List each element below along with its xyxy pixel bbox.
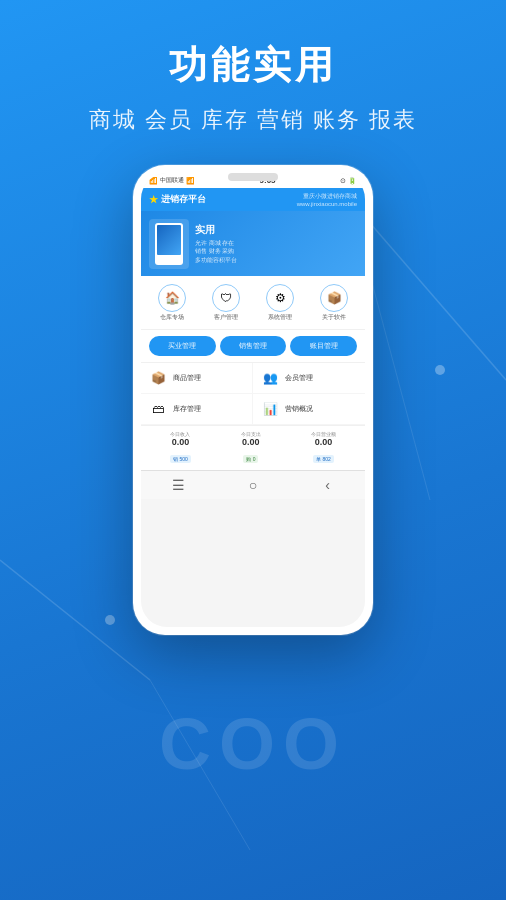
stat-income-value: 0.00 <box>170 437 191 447</box>
svg-point-4 <box>105 615 115 625</box>
header-section: 功能实用 商城 会员 库存 营销 账务 报表 <box>89 40 418 135</box>
app-header: ★ 进销存平台 重庆小微进销存商城 www.jinxiaocun.mobile <box>141 188 365 211</box>
phone-notch <box>228 173 278 181</box>
icon-item-customer[interactable]: 🛡 客户管理 <box>212 284 240 321</box>
member-label: 会员管理 <box>285 373 313 383</box>
member-icon: 👥 <box>261 369 279 387</box>
stat-income: 今日收入 0.00 销 500 <box>170 431 191 465</box>
stat-expense-value: 0.00 <box>241 437 261 447</box>
app-banner: 实用 允许 商城 存在 销售 财务 采购 多功能容积平台 <box>141 211 365 276</box>
phone-outer: 📶 中国联通 📶 9:05 ⊙ 🔋 ★ 进销存平台 重庆小微进销存商城 www.… <box>133 165 373 635</box>
about-label: 关于软件 <box>322 314 346 321</box>
marketing-overview-item[interactable]: 📊 营销概况 <box>253 394 365 425</box>
phone-mockup: 📶 中国联通 📶 9:05 ⊙ 🔋 ★ 进销存平台 重庆小微进销存商城 www.… <box>133 165 373 635</box>
nav-back-icon[interactable]: ‹ <box>313 477 343 493</box>
product-label: 商品管理 <box>173 373 201 383</box>
app-header-info: 重庆小微进销存商城 www.jinxiaocun.mobile <box>297 192 357 207</box>
mini-screen <box>157 225 181 255</box>
action-buttons: 买业管理 销售管理 账目管理 <box>141 330 365 362</box>
app-logo: ★ 进销存平台 <box>149 193 206 206</box>
carrier-text: 中国联通 <box>160 176 184 185</box>
banner-text: 实用 允许 商城 存在 销售 财务 采购 多功能容积平台 <box>195 223 357 264</box>
product-icon: 📦 <box>149 369 167 387</box>
about-icon: 📦 <box>320 284 348 312</box>
quick-icons-row: 🏠 仓库专场 🛡 客户管理 ⚙ 系统管理 📦 关于软件 <box>141 276 365 330</box>
system-icon: ⚙ <box>266 284 294 312</box>
marketing-management-button[interactable]: 销售管理 <box>220 336 287 356</box>
nav-home-icon[interactable]: ○ <box>238 477 268 493</box>
stats-row: 今日收入 0.00 销 500 今日支出 0.00 购 0 今日营业额 0.00… <box>141 425 365 470</box>
battery-icon: ⊙ 🔋 <box>340 177 357 185</box>
stat-total-badge: 单 802 <box>313 455 334 463</box>
wifi-icon: 📶 <box>186 177 195 185</box>
marketing-icon: 📊 <box>261 400 279 418</box>
warehouse-label: 仓库专场 <box>160 314 184 321</box>
account-management-button[interactable]: 账目管理 <box>290 336 357 356</box>
stat-total: 今日营业额 0.00 单 802 <box>311 431 336 465</box>
icon-item-warehouse[interactable]: 🏠 仓库专场 <box>158 284 186 321</box>
bottom-navigation: ☰ ○ ‹ <box>141 470 365 499</box>
phone-screen: 📶 中国联通 📶 9:05 ⊙ 🔋 ★ 进销存平台 重庆小微进销存商城 www.… <box>141 173 365 627</box>
nav-menu-icon[interactable]: ☰ <box>163 477 193 493</box>
icon-item-about[interactable]: 📦 关于软件 <box>320 284 348 321</box>
signal-icon: 📶 <box>149 177 158 185</box>
inventory-label: 库存管理 <box>173 404 201 414</box>
inventory-icon: 🗃 <box>149 400 167 418</box>
warehouse-icon: 🏠 <box>158 284 186 312</box>
svg-line-3 <box>0 560 150 680</box>
system-label: 系统管理 <box>268 314 292 321</box>
sub-title: 商城 会员 库存 营销 账务 报表 <box>89 105 418 135</box>
banner-image <box>149 219 189 269</box>
star-icon: ★ <box>149 194 158 205</box>
stat-income-badge: 销 500 <box>170 455 191 463</box>
status-right: ⊙ 🔋 <box>340 177 357 185</box>
banner-title: 实用 <box>195 223 357 237</box>
stat-expense-badge: 购 0 <box>243 455 258 463</box>
coo-text: COO <box>159 703 347 785</box>
inventory-management-item[interactable]: 🗃 库存管理 <box>141 394 253 425</box>
member-management-item[interactable]: 👥 会员管理 <box>253 363 365 394</box>
customer-icon: 🛡 <box>212 284 240 312</box>
main-title: 功能实用 <box>89 40 418 91</box>
svg-line-0 <box>350 200 506 380</box>
icon-item-system[interactable]: ⚙ 系统管理 <box>266 284 294 321</box>
banner-desc: 允许 商城 存在 销售 财务 采购 多功能容积平台 <box>195 239 357 264</box>
product-management-item[interactable]: 📦 商品管理 <box>141 363 253 394</box>
mini-phone <box>155 223 183 265</box>
management-grid: 📦 商品管理 👥 会员管理 🗃 库存管理 📊 营销概况 <box>141 362 365 425</box>
coo-overlay: COO <box>159 703 347 785</box>
stat-expense: 今日支出 0.00 购 0 <box>241 431 261 465</box>
svg-point-2 <box>435 365 445 375</box>
customer-label: 客户管理 <box>214 314 238 321</box>
marketing-label: 营销概况 <box>285 404 313 414</box>
app-subtitle: 重庆小微进销存商城 <box>297 192 357 201</box>
sales-management-button[interactable]: 买业管理 <box>149 336 216 356</box>
app-url: www.jinxiaocun.mobile <box>297 201 357 207</box>
app-name: 进销存平台 <box>161 193 206 206</box>
status-left: 📶 中国联通 📶 <box>149 176 195 185</box>
stat-total-value: 0.00 <box>311 437 336 447</box>
